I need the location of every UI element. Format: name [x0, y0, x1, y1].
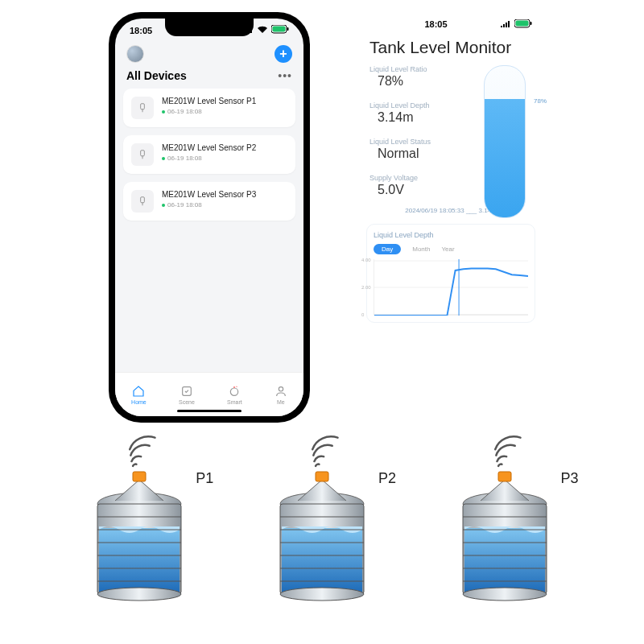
detail-screen: . 18:05 Tank Level Monitor Liquid Level … — [358, 14, 543, 417]
device-row[interactable]: ME201W Level Sensor P2 06-19 18:08 — [123, 135, 295, 174]
metric-value-status: Normal — [378, 147, 466, 161]
phone-mockup: 18:05 + All Devices ••• — [109, 12, 310, 423]
status-time: 18:05 — [424, 19, 447, 30]
metric-value-ratio: 78% — [378, 74, 466, 89]
tab-scene[interactable]: Scene — [179, 385, 195, 405]
metric-value-depth: 3.14m — [378, 110, 466, 125]
svg-point-40 — [280, 588, 364, 601]
sensor-icon — [131, 143, 154, 166]
tank-label: P3 — [561, 470, 579, 487]
tab-label: Home — [131, 399, 147, 405]
tank-fill — [485, 99, 525, 217]
device-tag: P3 — [246, 190, 256, 199]
water-tank-icon — [448, 465, 561, 602]
svg-point-11 — [279, 386, 283, 390]
chart-card: Liquid Level Depth Day Month Year 4.00 2… — [366, 224, 535, 323]
phone-screen: 18:05 + All Devices ••• — [115, 19, 303, 416]
tab-label: Smart — [227, 399, 242, 405]
svg-point-10 — [231, 388, 238, 395]
water-tank-icon — [83, 465, 196, 602]
device-tag: P1 — [246, 97, 256, 105]
time-segment: Day Month Year — [374, 244, 528, 254]
svg-rect-31 — [316, 472, 328, 481]
tab-label: Scene — [179, 399, 195, 405]
phone-notch — [165, 19, 254, 36]
svg-rect-5 — [141, 151, 145, 156]
device-tag: P2 — [246, 143, 256, 152]
online-dot-icon — [162, 110, 165, 114]
wireless-icon — [121, 435, 166, 469]
device-row[interactable]: ME201W Level Sensor P1 06-19 18:08 — [123, 89, 295, 127]
status-time: 18:05 — [130, 26, 152, 35]
tank-label: P1 — [196, 470, 213, 487]
home-indicator — [177, 410, 242, 412]
svg-rect-22 — [99, 528, 180, 592]
wireless-icon — [486, 435, 531, 469]
svg-rect-44 — [464, 528, 545, 592]
tab-smart[interactable]: Smart — [227, 385, 242, 405]
svg-rect-1 — [273, 27, 286, 32]
tank-percent-label: 78% — [534, 97, 547, 105]
metric-label: Liquid Level Ratio — [369, 65, 466, 73]
tank-unit: P2 — [266, 435, 378, 602]
signal-icon — [500, 20, 511, 30]
app-header: + — [115, 35, 303, 68]
detail-title: Tank Level Monitor — [358, 30, 543, 62]
device-name: ME201W Level Sensor — [162, 143, 244, 152]
device-timestamp: 06-19 18:08 — [167, 201, 202, 208]
segment-year[interactable]: Year — [441, 246, 454, 253]
svg-rect-14 — [530, 22, 531, 25]
chart-title: Liquid Level Depth — [374, 231, 528, 239]
device-name: ME201W Level Sensor — [162, 190, 244, 199]
battery-icon — [514, 19, 532, 30]
metric-label: Liquid Level Depth — [369, 101, 466, 109]
tab-home[interactable]: Home — [131, 385, 147, 405]
svg-rect-7 — [141, 197, 145, 203]
sensor-icon — [131, 97, 154, 119]
svg-point-51 — [463, 588, 547, 601]
svg-rect-13 — [515, 21, 528, 27]
online-dot-icon — [162, 204, 165, 207]
metric-label: Liquid Level Status — [369, 138, 466, 146]
device-name: ME201W Level Sensor — [162, 97, 244, 105]
segment-month[interactable]: Month — [412, 246, 430, 253]
page-title: All Devices — [126, 69, 187, 82]
svg-rect-33 — [282, 528, 362, 592]
line-chart: 4.00 2.00 0 — [374, 259, 528, 316]
segment-day[interactable]: Day — [374, 244, 401, 254]
tab-me[interactable]: Me — [275, 385, 287, 405]
svg-rect-42 — [498, 472, 511, 481]
svg-rect-2 — [287, 27, 289, 31]
svg-rect-3 — [141, 104, 145, 109]
metric-label: Supply Voltage — [369, 174, 466, 182]
tank-unit: P3 — [448, 435, 561, 602]
metric-value-voltage: 5.0V — [378, 183, 466, 197]
svg-point-29 — [97, 588, 181, 601]
device-list: ME201W Level Sensor P1 06-19 18:08 ME201… — [115, 89, 303, 221]
wireless-icon — [303, 435, 349, 469]
detail-status-bar: . 18:05 — [358, 14, 543, 30]
svg-rect-20 — [133, 472, 146, 481]
device-timestamp: 06-19 18:08 — [167, 155, 202, 162]
online-dot-icon — [162, 157, 165, 160]
avatar[interactable] — [126, 45, 144, 63]
battery-icon — [271, 25, 289, 35]
add-device-button[interactable]: + — [275, 45, 292, 63]
tank-diagram-row: P1 P2 P3 — [0, 435, 644, 602]
tank-gauge: 78% — [484, 65, 526, 218]
device-timestamp: 06-19 18:08 — [167, 108, 202, 115]
device-row[interactable]: ME201W Level Sensor P3 06-19 18:08 — [123, 182, 295, 221]
more-icon[interactable]: ••• — [278, 69, 292, 82]
tab-label: Me — [277, 399, 285, 405]
wifi-icon — [257, 26, 268, 35]
tank-unit: P1 — [83, 435, 196, 602]
sensor-icon — [131, 190, 154, 213]
water-tank-icon — [266, 465, 378, 602]
tank-label: P2 — [378, 470, 396, 487]
